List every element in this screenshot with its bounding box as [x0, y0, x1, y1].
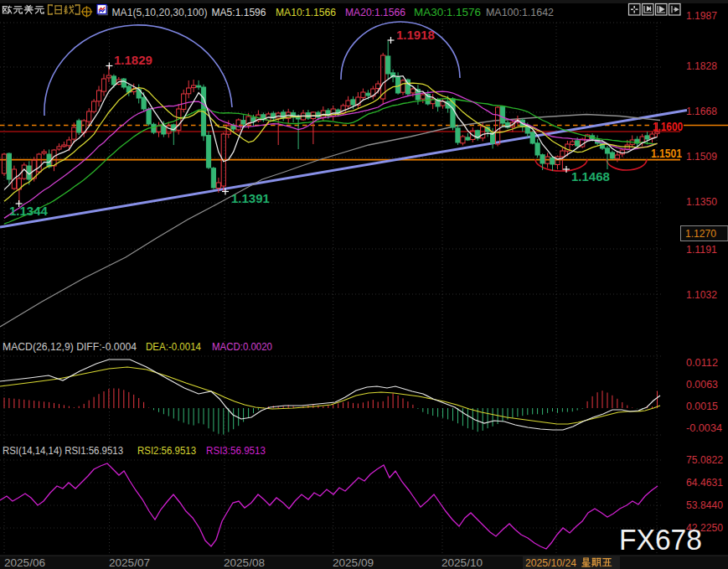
- svg-text:0.0063: 0.0063: [686, 379, 718, 391]
- svg-text:FX678: FX678: [619, 523, 702, 556]
- svg-text:MACD:0.0020: MACD:0.0020: [212, 340, 272, 353]
- svg-text:1.1918: 1.1918: [396, 28, 435, 42]
- svg-text:MA1(5,10,20,30,100): MA1(5,10,20,30,100): [112, 6, 208, 18]
- svg-text:MA100:1.1642: MA100:1.1642: [486, 6, 554, 18]
- svg-text:64.4631: 64.4631: [686, 477, 723, 489]
- svg-text:1.1828: 1.1828: [686, 59, 717, 72]
- svg-text:1.1501: 1.1501: [651, 146, 682, 160]
- svg-text:RSI(14,14,14) RSI1:56.9513: RSI(14,14,14) RSI1:56.9513: [3, 444, 123, 457]
- svg-text:RSI3:56.9513: RSI3:56.9513: [206, 444, 266, 457]
- svg-text:MA20:1.1566: MA20:1.1566: [345, 6, 405, 18]
- svg-text:1.1344: 1.1344: [9, 204, 49, 218]
- svg-text:1.1600: 1.1600: [653, 119, 683, 133]
- svg-text:RSI2:56.9513: RSI2:56.9513: [137, 444, 196, 457]
- svg-text:53.8440: 53.8440: [686, 499, 723, 511]
- svg-text:1.1468: 1.1468: [571, 169, 610, 184]
- svg-text:1.1191: 1.1191: [686, 243, 717, 256]
- svg-text:1.1987: 1.1987: [686, 9, 717, 22]
- svg-text:1.1391: 1.1391: [231, 191, 270, 205]
- svg-text:2025/10/24: 2025/10/24: [525, 557, 576, 569]
- svg-text:1.1829: 1.1829: [114, 53, 152, 67]
- svg-text:1.1270: 1.1270: [685, 227, 716, 240]
- svg-text:2025/08: 2025/08: [224, 557, 265, 569]
- svg-text:2025/06: 2025/06: [4, 557, 45, 569]
- svg-text:0.0015: 0.0015: [686, 401, 718, 412]
- svg-text:MA10:1.1566: MA10:1.1566: [276, 6, 336, 18]
- svg-text:75.0822: 75.0822: [686, 454, 723, 466]
- svg-text:DEA:-0.0014: DEA:-0.0014: [146, 340, 201, 353]
- svg-text:MA5:1.1596: MA5:1.1596: [212, 6, 266, 18]
- svg-text:-0.0034: -0.0034: [686, 422, 722, 434]
- svg-text:1.1509: 1.1509: [686, 150, 717, 163]
- svg-text:2025/10: 2025/10: [441, 557, 483, 569]
- svg-text:2025/09: 2025/09: [333, 557, 374, 569]
- svg-text:1.1668: 1.1668: [686, 105, 717, 117]
- svg-text:0.0112: 0.0112: [686, 357, 718, 369]
- svg-text:1.1032: 1.1032: [686, 288, 717, 301]
- svg-text:2025/07: 2025/07: [109, 557, 150, 569]
- svg-text:1.1350: 1.1350: [686, 195, 717, 208]
- svg-text:MA30:1.1576: MA30:1.1576: [414, 6, 481, 18]
- svg-text:MACD(26,12,9) DIFF:-0.0004: MACD(26,12,9) DIFF:-0.0004: [3, 340, 137, 353]
